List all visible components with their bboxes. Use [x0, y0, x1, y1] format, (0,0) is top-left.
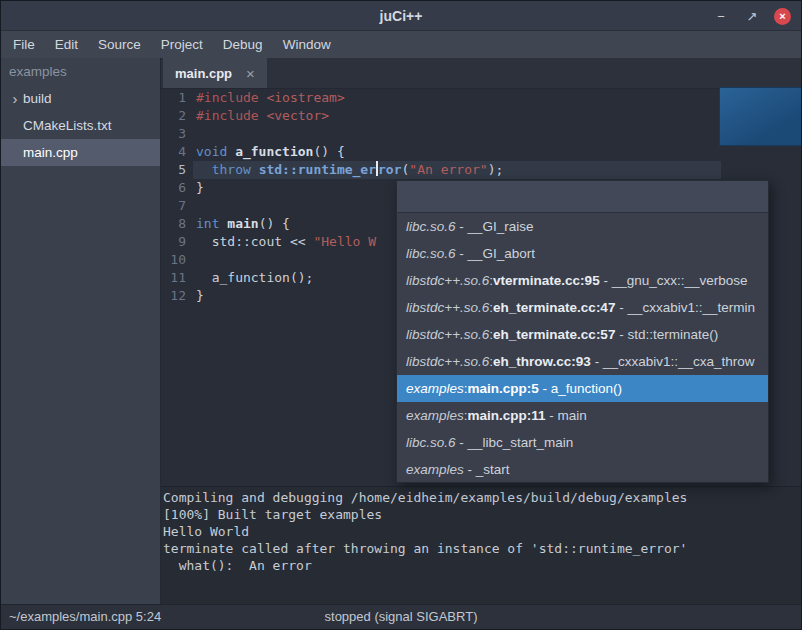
terminal-line: Compiling and debugging /home/eidheim/ex…	[163, 489, 801, 506]
terminal-line: terminate called after throwing an insta…	[163, 540, 801, 557]
line-number: 6	[161, 179, 193, 197]
backtrace-text: - _start	[464, 462, 510, 477]
title-bar[interactable]: juCi++ − ↗ ×	[1, 1, 801, 31]
tab-bar: main.cpp ×	[161, 58, 801, 89]
line-number: 12	[161, 287, 193, 305]
window-controls: − ↗ ×	[712, 1, 791, 31]
backtrace-row[interactable]: examples:main.cpp:5 - a_function()	[397, 375, 768, 402]
code-segment: void	[196, 144, 227, 159]
code-segment: ror	[378, 162, 401, 177]
code-text: void a_function() {	[193, 143, 345, 161]
line-number: 5	[161, 161, 193, 179]
code-segment: <iostream>	[266, 90, 344, 105]
backtrace-row[interactable]: libstdc++.so.6:eh_terminate.cc:47 - __cx…	[397, 294, 768, 321]
backtrace-text: libstdc++.so.6	[406, 300, 489, 315]
code-segment: () {	[259, 216, 290, 231]
backtrace-text: - __GI_raise	[456, 219, 534, 234]
backtrace-text: vterminate.cc:95	[493, 273, 600, 288]
code-segment: }	[196, 288, 204, 303]
maximize-button[interactable]: ↗	[743, 7, 761, 25]
line-number: 7	[161, 197, 193, 215]
backtrace-text: examples	[406, 408, 464, 423]
close-button[interactable]: ×	[774, 8, 791, 25]
backtrace-text: eh_terminate.cc:47	[493, 300, 615, 315]
code-segment: a_function();	[196, 270, 313, 285]
backtrace-row[interactable]: libstdc++.so.6:eh_throw.cc:93 - __cxxabi…	[397, 348, 768, 375]
project-root-label: examples	[1, 58, 160, 85]
backtrace-text: libc.so.6	[406, 246, 456, 261]
code-segment: #include	[196, 90, 266, 105]
code-segment: () {	[313, 144, 344, 159]
code-segment: throw	[212, 162, 251, 177]
backtrace-row[interactable]: libc.so.6 - __libc_start_main	[397, 429, 768, 456]
backtrace-row[interactable]: examples:main.cpp:11 - main	[397, 402, 768, 429]
tree-item-main-cpp[interactable]: main.cpp	[1, 139, 160, 166]
backtrace-filter-input[interactable]	[397, 181, 768, 213]
code-segment: #include	[196, 108, 266, 123]
tree-item-label: main.cpp	[23, 145, 78, 160]
backtrace-row[interactable]: libc.so.6 - __GI_abort	[397, 240, 768, 267]
code-text: throw std::runtime_error("An error");	[193, 161, 503, 179]
backtrace-text: - std::terminate()	[615, 327, 718, 342]
line-number: 2	[161, 107, 193, 125]
backtrace-row[interactable]: examples - _start	[397, 456, 768, 483]
minimize-icon: −	[717, 9, 725, 24]
menu-item-source[interactable]: Source	[88, 31, 151, 58]
backtrace-text: eh_terminate.cc:57	[493, 327, 615, 342]
code-text: }	[193, 287, 204, 305]
tree-item-label: CMakeLists.txt	[23, 118, 112, 133]
tree-item-cmakelists-txt[interactable]: CMakeLists.txt	[1, 112, 160, 139]
code-line: 2#include <vector>	[161, 107, 801, 125]
backtrace-row[interactable]: libc.so.6 - __GI_raise	[397, 213, 768, 240]
terminal-output[interactable]: Compiling and debugging /home/eidheim/ex…	[161, 486, 801, 605]
backtrace-text: eh_throw.cc:93	[493, 354, 591, 369]
line-number: 9	[161, 233, 193, 251]
doc-tooltip	[719, 87, 802, 146]
code-text: #include <vector>	[193, 107, 329, 125]
code-segment: std::runtime_er	[259, 162, 376, 177]
code-segment	[196, 162, 212, 177]
code-segment: <vector>	[266, 108, 329, 123]
backtrace-text: - __cxxabiv1::__termin	[615, 300, 755, 315]
code-segment	[251, 162, 259, 177]
menu-item-edit[interactable]: Edit	[45, 31, 88, 58]
line-number: 3	[161, 125, 193, 143]
code-segment: main	[227, 216, 258, 231]
tree-item-build[interactable]: ›build	[1, 85, 160, 112]
tab-label: main.cpp	[175, 66, 232, 81]
line-number: 11	[161, 269, 193, 287]
menu-item-debug[interactable]: Debug	[213, 31, 273, 58]
backtrace-text: main.cpp:11	[468, 408, 546, 423]
backtrace-row[interactable]: libstdc++.so.6:vterminate.cc:95 - __gnu_…	[397, 267, 768, 294]
code-text	[193, 197, 196, 215]
code-text: int main() {	[193, 215, 290, 233]
code-segment: }	[196, 180, 204, 195]
backtrace-text: main.cpp:5	[468, 381, 539, 396]
menu-item-window[interactable]: Window	[273, 31, 341, 58]
backtrace-text: examples	[406, 381, 464, 396]
code-segment: a_function	[235, 144, 313, 159]
menu-item-project[interactable]: Project	[151, 31, 213, 58]
backtrace-row[interactable]: libstdc++.so.6:eh_terminate.cc:57 - std:…	[397, 321, 768, 348]
tab-main-cpp[interactable]: main.cpp ×	[163, 58, 267, 88]
code-segment: "Hello W	[313, 234, 376, 249]
backtrace-text: libstdc++.so.6	[406, 273, 489, 288]
app-window: juCi++ − ↗ × FileEditSourceProjectDebugW…	[0, 0, 802, 630]
menu-bar: FileEditSourceProjectDebugWindow	[1, 31, 801, 58]
chevron-right-icon[interactable]: ›	[7, 85, 23, 112]
code-segment	[227, 144, 235, 159]
tab-close-icon[interactable]: ×	[246, 65, 255, 82]
code-text: #include <iostream>	[193, 89, 345, 107]
code-segment: "An error"	[409, 162, 487, 177]
backtrace-text: - __libc_start_main	[456, 435, 574, 450]
window-title: juCi++	[380, 8, 423, 24]
minimize-button[interactable]: −	[712, 7, 730, 25]
status-debug-state: stopped (signal SIGABRT)	[1, 605, 801, 629]
file-tree: ›buildCMakeLists.txtmain.cpp	[1, 85, 160, 166]
backtrace-popup: libc.so.6 - __GI_raiselibc.so.6 - __GI_a…	[396, 180, 769, 483]
menu-item-file[interactable]: File	[3, 31, 45, 58]
close-icon: ×	[779, 10, 785, 22]
backtrace-text: - a_function()	[539, 381, 622, 396]
code-line: 5 throw std::runtime_error("An error");	[161, 161, 801, 179]
tree-item-label: build	[23, 91, 52, 106]
